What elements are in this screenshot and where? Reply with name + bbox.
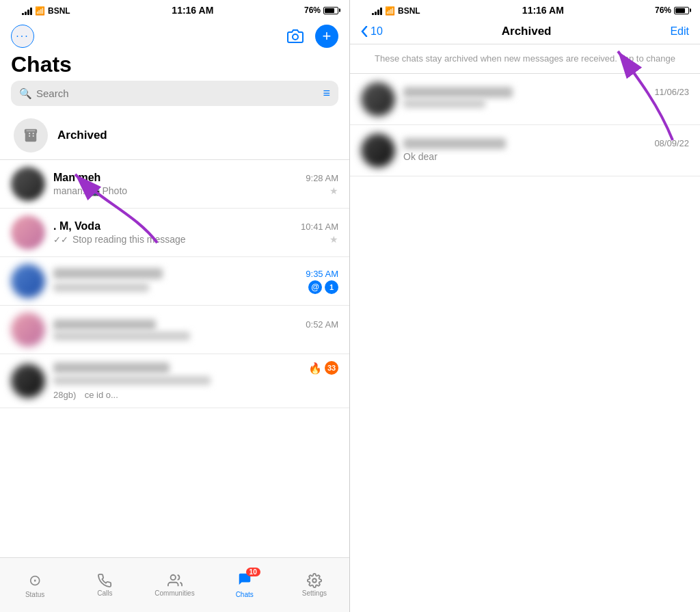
archived-name-2 [403, 138, 506, 149]
camera-button[interactable] [284, 25, 307, 48]
search-bar: 🔍 ≡ [11, 81, 338, 106]
avatar-blurred-2 [11, 312, 45, 347]
chat-content-m-voda: . M, Voda 10:41 AM ✓✓ Stop reading this … [53, 220, 338, 245]
tab-chats[interactable]: 10 Chats [210, 558, 280, 612]
archived-label: Archived [57, 129, 107, 142]
tab-communities[interactable]: Communities [139, 558, 209, 612]
chat-name-m-voda: . M, Voda [53, 220, 100, 232]
chat-content-blurred-1: 9:35 AM @ 1 [53, 268, 338, 294]
left-header: ··· + Chats [0, 19, 349, 81]
edit-button[interactable]: Edit [670, 25, 689, 38]
status-tab-icon: ⊙ [29, 572, 41, 589]
chat-list: Man meh 9:28 AM manan: 📷 Photo ★ . M, Vo… [0, 160, 349, 557]
chat-item-blurred-2[interactable]: 0:52 AM [0, 306, 349, 354]
archived-time-2: 08/09/22 [654, 138, 689, 149]
star-icon-man-meh: ★ [329, 185, 338, 196]
archived-time-1: 11/06/23 [654, 87, 689, 98]
left-panel: 📶 BSNL 11:16 AM 76% ··· + [0, 0, 350, 612]
search-input[interactable] [36, 88, 316, 99]
chat-content-blurred-2: 0:52 AM [53, 319, 338, 341]
chat-name-blurred-1 [53, 268, 163, 279]
unread-badge-1: 1 [325, 280, 338, 294]
top-actions: ··· + [11, 25, 338, 48]
avatar-blurred-1 [11, 264, 45, 298]
chat-item-m-voda[interactable]: . M, Voda 10:41 AM ✓✓ Stop reading this … [0, 209, 349, 257]
status-bar-left: 📶 BSNL 11:16 AM 76% [0, 0, 349, 19]
chat-item-blurred-3[interactable]: 🔥 33 28gb) ce id o... [0, 354, 349, 408]
archived-icon [14, 118, 48, 152]
new-chat-button[interactable]: + [315, 25, 338, 48]
status-bar-right: 📶 BSNL 11:16 AM 76% [350, 0, 700, 19]
archived-preview-2: Ok dear [403, 151, 438, 162]
tab-bar-left: ⊙ Status Calls Communities 10 Chats [0, 557, 349, 612]
search-icon: 🔍 [19, 88, 32, 100]
settings-tab-label: Settings [302, 589, 327, 597]
right-panel: 📶 BSNL 11:16 AM 76% 10 Archived Edit [350, 0, 700, 612]
filter-icon[interactable]: ≡ [323, 86, 330, 101]
chat-preview-man-meh: manan: 📷 Photo [53, 185, 127, 196]
avatar-archived-2 [361, 133, 395, 168]
chat-preview-blurred-1 [53, 283, 149, 292]
fire-emoji: 🔥 [308, 362, 322, 375]
chat-badges-blurred-1: @ 1 [308, 280, 338, 294]
tab-calls[interactable]: Calls [70, 558, 139, 612]
archived-chat-item-1[interactable]: 11/06/23 [350, 74, 700, 125]
battery-right: 76% [655, 5, 689, 15]
archived-chat-content-2: 08/09/22 Ok dear [403, 138, 689, 163]
tab-settings[interactable]: Settings [280, 558, 349, 612]
communities-tab-icon [167, 573, 183, 588]
avatar-archived-1 [361, 82, 395, 116]
page-title: Chats [11, 53, 338, 75]
carrier-name-right: BSNL [398, 6, 420, 16]
chat-preview-blurred-2 [53, 332, 190, 341]
time-left: 11:16 AM [172, 5, 213, 16]
carrier-name-left: BSNL [48, 6, 70, 16]
battery-icon-right [674, 7, 689, 14]
archived-info-text: These chats stay archived when new messa… [350, 44, 700, 74]
signal-bars-right [372, 7, 382, 15]
back-count: 10 [371, 25, 383, 38]
battery-left: 76% [304, 5, 338, 15]
avatar-man-meh [11, 167, 45, 201]
avatar-m-voda [11, 215, 45, 250]
back-chevron-icon [361, 26, 368, 37]
chats-tab-badge: 10 [246, 568, 260, 576]
chat-time-m-voda: 10:41 AM [301, 222, 338, 232]
settings-tab-icon [307, 573, 322, 588]
avatar-blurred-3 [11, 364, 45, 398]
chat-badges-blurred-3: 🔥 33 [308, 361, 338, 375]
svg-point-3 [312, 578, 317, 583]
chat-item-man-meh[interactable]: Man meh 9:28 AM manan: 📷 Photo ★ [0, 160, 349, 209]
archived-chat-list: 11/06/23 08/09/22 Ok dear [350, 74, 700, 612]
chat-item-blurred-1[interactable]: 9:35 AM @ 1 [0, 257, 349, 306]
archived-preview-1 [403, 99, 485, 108]
back-button[interactable]: 10 [361, 25, 383, 38]
tab-status[interactable]: ⊙ Status [0, 558, 70, 612]
chat-time-blurred-2: 0:52 AM [306, 319, 338, 330]
star-icon-m-voda: ★ [329, 234, 338, 245]
right-header: 10 Archived Edit [350, 19, 700, 44]
carrier-left: 📶 BSNL [11, 1, 81, 20]
svg-point-2 [170, 575, 175, 580]
archived-name-1 [403, 87, 513, 98]
archived-chat-item-2[interactable]: 08/09/22 Ok dear [350, 125, 700, 176]
at-badge: @ [308, 280, 322, 294]
chat-preview-m-voda: ✓✓ Stop reading this message [53, 234, 186, 245]
chat-name-man-meh: Man meh [53, 172, 100, 184]
status-tab-label: Status [25, 591, 44, 598]
chat-time-man-meh: 9:28 AM [306, 173, 338, 183]
top-right-actions: + [284, 25, 338, 48]
carrier-right: 📶 BSNL [361, 1, 431, 20]
communities-tab-label: Communities [154, 589, 194, 597]
more-options-button[interactable]: ··· [11, 25, 34, 48]
chats-tab-badge-wrap: 10 [237, 572, 252, 589]
svg-point-0 [293, 34, 298, 40]
time-right: 11:16 AM [522, 5, 564, 16]
chat-content-man-meh: Man meh 9:28 AM manan: 📷 Photo ★ [53, 172, 338, 196]
archived-page-title: Archived [502, 25, 552, 38]
wifi-icon-right: 📶 [385, 6, 395, 16]
archived-chat-content-1: 11/06/23 [403, 87, 689, 111]
archived-row[interactable]: Archived [0, 111, 349, 160]
chat-name-blurred-2 [53, 319, 156, 330]
signal-bars-left [22, 7, 32, 15]
